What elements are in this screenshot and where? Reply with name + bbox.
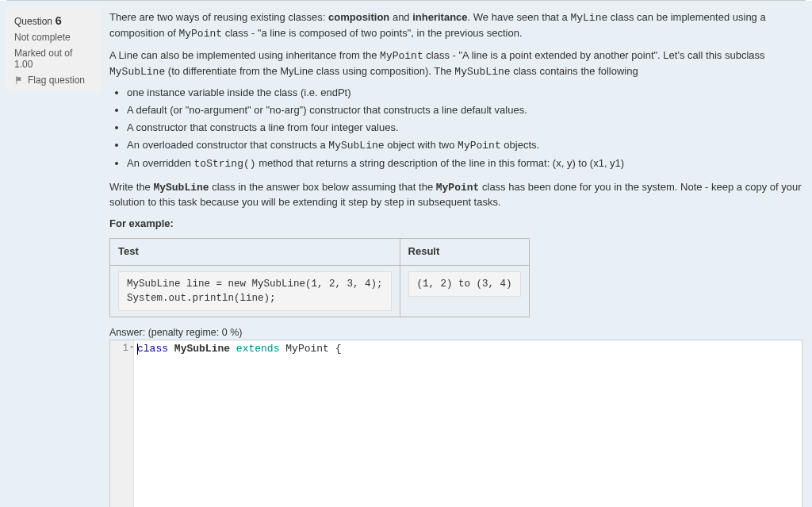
- test-code: MySubLine line = new MySubLine(1, 2, 3, …: [118, 271, 392, 311]
- table-header-test: Test: [110, 239, 400, 266]
- list-item: A constructor that constructs a line fro…: [127, 121, 802, 136]
- question-status: Not complete: [14, 32, 94, 43]
- flag-question-label: Flag question: [28, 75, 85, 86]
- for-example-label: For example:: [109, 217, 802, 232]
- gutter-fill: [110, 359, 134, 507]
- question-prefix: Question: [14, 16, 52, 27]
- result-cell: (1, 2) to (3, 4): [400, 265, 529, 317]
- example-table: Test Result MySubLine line = new MySubLi…: [109, 238, 530, 317]
- code-editor[interactable]: 1 ▾ class MySubLine extends MyPoint {: [109, 340, 802, 507]
- table-row: Test Result: [110, 239, 530, 266]
- test-result: (1, 2) to (3, 4): [408, 271, 521, 297]
- editor-line: 1 ▾ class MySubLine extends MyPoint {: [110, 340, 802, 359]
- test-cell: MySubLine line = new MySubLine(1, 2, 3, …: [110, 265, 400, 317]
- question-marked-out-of: Marked out of 1.00: [14, 48, 94, 70]
- list-item: one instance variable inside the class (…: [127, 86, 802, 101]
- question-page: Question 6 Not complete Marked out of 1.…: [0, 1, 812, 507]
- question-number-heading: Question 6: [14, 13, 94, 27]
- code-line-content[interactable]: class MySubLine extends MyPoint {: [134, 340, 802, 359]
- editor-empty-area: [110, 359, 802, 507]
- flag-icon: [14, 75, 24, 85]
- list-item: A default (or "no-argument" or "no-arg")…: [127, 103, 802, 118]
- question-number: 6: [55, 13, 61, 27]
- table-header-result: Result: [400, 239, 529, 266]
- list-item: An overridden toString() method that ret…: [127, 156, 802, 172]
- question-info-sidebar: Question 6 Not complete Marked out of 1.…: [6, 7, 102, 92]
- write-instruction: Write the MySubLine class in the answer …: [109, 180, 802, 211]
- intro-paragraph-2: A Line can also be implemented using inh…: [109, 48, 802, 80]
- line-number-gutter: 1 ▾: [110, 340, 134, 359]
- intro-paragraph-1: There are two ways of reusing existing c…: [109, 10, 802, 42]
- flag-question-link[interactable]: Flag question: [14, 75, 94, 86]
- list-item: An overloaded constructor that construct…: [127, 138, 802, 154]
- question-content: There are two ways of reusing existing c…: [108, 7, 806, 507]
- answer-label: Answer: (penalty regime: 0 %): [109, 325, 802, 340]
- requirements-list: one instance variable inside the class (…: [127, 86, 802, 171]
- table-row: MySubLine line = new MySubLine(1, 2, 3, …: [110, 265, 530, 317]
